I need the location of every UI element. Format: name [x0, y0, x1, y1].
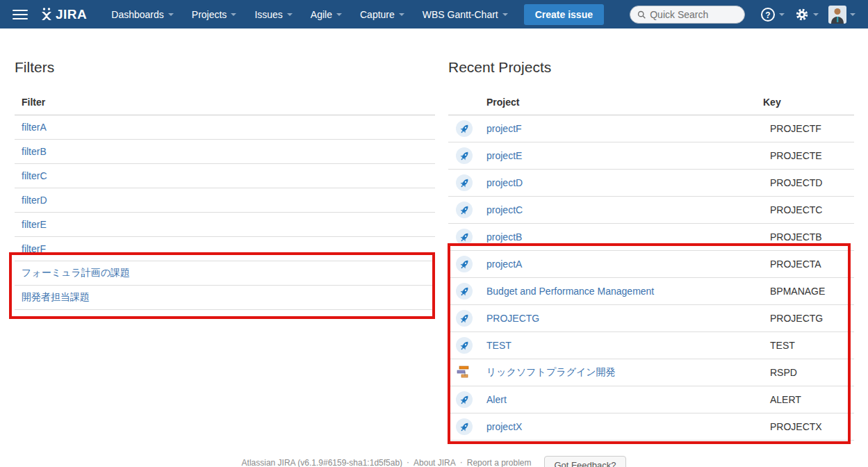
create-issue-button[interactable]: Create issue	[524, 4, 604, 25]
project-key: ALERT	[770, 394, 854, 405]
rocket-project-avatar	[456, 174, 473, 191]
jira-version-text: Atlassian JIRA (v6.1.9#6159-sha1:1d5f5ab…	[242, 458, 402, 467]
filters-table: Filter filterA filterB filterC filterD f…	[15, 92, 435, 310]
help-menu[interactable]: ?	[760, 7, 785, 22]
project-link[interactable]: projectE	[486, 150, 770, 161]
filter-link[interactable]: filterA	[22, 122, 47, 133]
gantt-project-avatar-icon	[457, 366, 472, 379]
chevron-down-icon	[399, 13, 404, 16]
quick-search[interactable]	[630, 6, 745, 24]
rocket-project-avatar-icon	[459, 313, 470, 325]
project-link[interactable]: Alert	[486, 394, 770, 405]
rocket-project-avatar	[456, 202, 473, 218]
rocket-project-avatar	[456, 310, 473, 327]
gantt-project-avatar	[456, 364, 473, 381]
filter-link[interactable]: filterF	[22, 243, 46, 254]
rocket-project-avatar-icon	[459, 259, 470, 270]
chevron-down-icon	[502, 13, 508, 16]
project-key: RSPD	[770, 367, 854, 378]
project-key: PROJECTE	[770, 150, 854, 161]
nav-item-label: Capture	[360, 9, 395, 20]
project-table-row: projectF PROJECTF	[448, 115, 854, 142]
rocket-project-avatar	[456, 283, 473, 300]
rocket-project-avatar-icon	[459, 286, 470, 297]
rocket-project-avatar-icon	[459, 204, 470, 216]
filter-table-row: filterD	[15, 188, 435, 213]
nav-item-issues[interactable]: Issues	[245, 0, 301, 28]
filter-link[interactable]: 開発者担当課題	[22, 291, 90, 304]
project-key: PROJECTB	[770, 231, 854, 243]
page-footer: Atlassian JIRA (v6.1.9#6159-sha1:1d5f5ab…	[0, 456, 868, 467]
primary-nav: Dashboards Projects Issues Agile Capture…	[102, 0, 516, 28]
recent-projects-title: Recent Projects	[448, 59, 854, 76]
report-problem-link[interactable]: Report a problem	[467, 458, 532, 467]
project-table-row: projectE PROJECTE	[448, 142, 854, 170]
project-link[interactable]: projectC	[486, 204, 770, 215]
project-link[interactable]: Budget and Performance Management	[486, 286, 770, 297]
filter-link[interactable]: filterE	[22, 219, 47, 230]
project-link[interactable]: PROJECTG	[486, 313, 770, 324]
rocket-project-avatar-icon	[459, 231, 470, 243]
nav-item-label: Issues	[254, 9, 282, 20]
project-link[interactable]: projectA	[486, 259, 770, 270]
project-key: BPMANAGE	[770, 286, 854, 297]
rocket-project-avatar	[456, 256, 473, 272]
projects-table-body: projectF PROJECTF projectE PROJECTE proj…	[448, 115, 854, 441]
project-link[interactable]: projectB	[486, 231, 770, 243]
filters-table-header: Filter	[15, 92, 435, 115]
about-jira-link[interactable]: About JIRA	[413, 458, 456, 467]
projects-table-header: Project Key	[448, 92, 854, 115]
chevron-down-icon	[813, 13, 819, 16]
project-key: PROJECTG	[770, 313, 854, 324]
key-column-header: Key	[763, 97, 847, 108]
filter-link[interactable]: filterD	[22, 195, 47, 206]
filters-title: Filters	[15, 59, 435, 76]
chevron-down-icon	[287, 13, 293, 16]
filter-link[interactable]: filterC	[22, 170, 47, 181]
search-input[interactable]	[650, 9, 737, 20]
chevron-down-icon	[168, 13, 174, 16]
jira-logo-text: JIRA	[56, 7, 87, 22]
nav-item-agile[interactable]: Agile	[302, 0, 351, 28]
rocket-project-avatar	[456, 418, 473, 435]
project-link[interactable]: リックソフトプラグイン開発	[486, 366, 770, 379]
hamburger-menu-icon[interactable]	[13, 10, 28, 19]
filter-link[interactable]: filterB	[22, 146, 47, 157]
project-table-row: projectA PROJECTA	[448, 251, 854, 278]
admin-settings-menu[interactable]	[794, 7, 819, 22]
rocket-project-avatar	[456, 337, 473, 354]
filter-column-header: Filter	[22, 97, 45, 108]
gear-icon	[794, 7, 810, 22]
recent-projects-section: Recent Projects Project Key projectF PRO…	[448, 59, 854, 441]
filter-link[interactable]: フォーミュラ計画の課題	[22, 267, 130, 279]
project-key: PROJECTC	[770, 204, 854, 215]
project-table-row: リックソフトプラグイン開発 RSPD	[448, 359, 854, 386]
project-link[interactable]: projectF	[486, 123, 770, 134]
user-avatar	[828, 6, 846, 24]
footer-separator: ·	[407, 457, 409, 467]
nav-right-cluster: ?	[630, 6, 868, 24]
rocket-project-avatar-icon	[459, 177, 470, 189]
jira-logo[interactable]: JIRA	[40, 7, 87, 22]
search-icon	[637, 10, 646, 19]
project-table-row: projectC PROJECTC	[448, 197, 854, 224]
top-navigation-bar: JIRA Dashboards Projects Issues Agile Ca…	[0, 0, 868, 28]
project-key: PROJECTD	[770, 177, 854, 188]
footer-separator: ·	[460, 457, 463, 467]
got-feedback-button[interactable]: Got Feedback?	[544, 456, 627, 467]
project-table-row: TEST TEST	[448, 332, 854, 359]
help-icon: ?	[760, 7, 776, 22]
project-link[interactable]: projectD	[486, 177, 770, 188]
filter-table-row: filterC	[15, 164, 435, 188]
nav-item-dashboards[interactable]: Dashboards	[102, 0, 183, 28]
project-table-row: projectD PROJECTD	[448, 170, 854, 197]
nav-item-capture[interactable]: Capture	[351, 0, 413, 28]
nav-item-wbs-gantt-chart[interactable]: WBS Gantt-Chart	[413, 0, 517, 28]
rocket-project-avatar-icon	[459, 340, 470, 352]
filters-section: Filters Filter filterA filterB filterC f…	[15, 59, 435, 310]
project-link[interactable]: TEST	[486, 340, 770, 351]
rocket-project-avatar-icon	[459, 150, 470, 162]
user-profile-menu[interactable]	[828, 6, 855, 24]
project-link[interactable]: projectX	[486, 421, 770, 432]
nav-item-projects[interactable]: Projects	[183, 0, 246, 28]
